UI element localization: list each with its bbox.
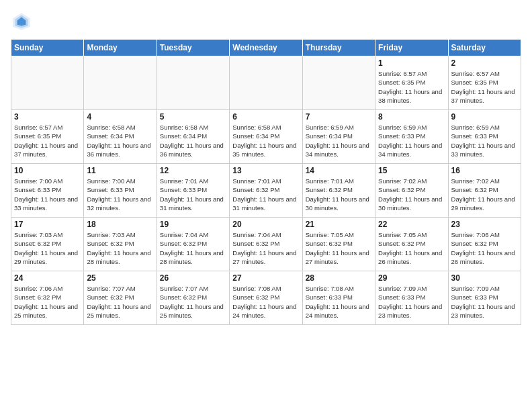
calendar-cell: 13Sunrise: 7:01 AM Sunset: 6:32 PM Dayli…	[230, 164, 302, 218]
weekday-header-tuesday: Tuesday	[157, 40, 229, 56]
day-detail: Sunrise: 7:00 AM Sunset: 6:33 PM Dayligh…	[87, 177, 153, 212]
week-row-1: 1Sunrise: 6:57 AM Sunset: 6:35 PM Daylig…	[11, 56, 521, 110]
calendar-cell: 20Sunrise: 7:04 AM Sunset: 6:32 PM Dayli…	[230, 218, 302, 271]
day-number: 22	[378, 220, 445, 229]
calendar-cell	[302, 56, 375, 110]
day-detail: Sunrise: 6:57 AM Sunset: 6:35 PM Dayligh…	[378, 69, 445, 105]
day-detail: Sunrise: 7:05 AM Sunset: 6:32 PM Dayligh…	[306, 230, 372, 266]
calendar-cell: 4Sunrise: 6:58 AM Sunset: 6:34 PM Daylig…	[84, 110, 157, 164]
day-detail: Sunrise: 7:09 AM Sunset: 6:33 PM Dayligh…	[378, 284, 445, 320]
day-detail: Sunrise: 7:03 AM Sunset: 6:32 PM Dayligh…	[87, 230, 153, 266]
day-number: 9	[451, 112, 518, 122]
day-number: 4	[87, 112, 153, 122]
day-detail: Sunrise: 6:59 AM Sunset: 6:33 PM Dayligh…	[378, 123, 445, 158]
calendar-cell: 10Sunrise: 7:00 AM Sunset: 6:33 PM Dayli…	[11, 164, 84, 218]
calendar-cell: 8Sunrise: 6:59 AM Sunset: 6:33 PM Daylig…	[375, 110, 448, 164]
day-detail: Sunrise: 6:57 AM Sunset: 6:35 PM Dayligh…	[451, 69, 518, 105]
day-detail: Sunrise: 6:58 AM Sunset: 6:34 PM Dayligh…	[232, 123, 299, 158]
day-detail: Sunrise: 7:04 AM Sunset: 6:32 PM Dayligh…	[160, 230, 226, 266]
day-number: 8	[378, 112, 445, 122]
week-row-4: 17Sunrise: 7:03 AM Sunset: 6:32 PM Dayli…	[11, 218, 521, 271]
day-detail: Sunrise: 7:06 AM Sunset: 6:32 PM Dayligh…	[14, 284, 81, 320]
calendar-cell	[84, 56, 157, 110]
day-detail: Sunrise: 7:01 AM Sunset: 6:32 PM Dayligh…	[232, 177, 299, 212]
day-detail: Sunrise: 7:05 AM Sunset: 6:32 PM Dayligh…	[378, 230, 445, 266]
weekday-header-monday: Monday	[84, 40, 157, 56]
day-number: 5	[160, 112, 226, 122]
day-detail: Sunrise: 7:08 AM Sunset: 6:32 PM Dayligh…	[232, 284, 299, 320]
day-detail: Sunrise: 7:03 AM Sunset: 6:32 PM Dayligh…	[14, 230, 81, 266]
day-detail: Sunrise: 6:58 AM Sunset: 6:34 PM Dayligh…	[160, 123, 226, 158]
weekday-header-wednesday: Wednesday	[230, 40, 302, 56]
day-number: 23	[451, 220, 518, 229]
day-detail: Sunrise: 7:02 AM Sunset: 6:32 PM Dayligh…	[451, 177, 518, 212]
week-row-2: 3Sunrise: 6:57 AM Sunset: 6:35 PM Daylig…	[11, 110, 521, 164]
calendar-cell: 26Sunrise: 7:07 AM Sunset: 6:32 PM Dayli…	[157, 271, 229, 325]
calendar-table: SundayMondayTuesdayWednesdayThursdayFrid…	[11, 39, 521, 325]
calendar-cell: 18Sunrise: 7:03 AM Sunset: 6:32 PM Dayli…	[84, 218, 157, 271]
calendar-cell: 9Sunrise: 6:59 AM Sunset: 6:33 PM Daylig…	[448, 110, 521, 164]
day-detail: Sunrise: 7:04 AM Sunset: 6:32 PM Dayligh…	[232, 230, 299, 266]
day-number: 26	[160, 273, 226, 283]
day-number: 19	[160, 220, 226, 229]
weekday-header-thursday: Thursday	[302, 40, 375, 56]
day-number: 28	[306, 273, 372, 283]
logo-icon	[11, 11, 32, 32]
calendar-cell: 11Sunrise: 7:00 AM Sunset: 6:33 PM Dayli…	[84, 164, 157, 218]
day-number: 17	[14, 220, 81, 229]
weekday-header-sunday: Sunday	[11, 40, 84, 56]
day-detail: Sunrise: 7:00 AM Sunset: 6:33 PM Dayligh…	[14, 177, 81, 212]
calendar-cell: 15Sunrise: 7:02 AM Sunset: 6:32 PM Dayli…	[375, 164, 448, 218]
weekday-header-friday: Friday	[375, 40, 448, 56]
calendar-cell: 16Sunrise: 7:02 AM Sunset: 6:32 PM Dayli…	[448, 164, 521, 218]
day-number: 24	[14, 273, 81, 283]
day-number: 2	[451, 58, 518, 68]
day-number: 15	[378, 166, 445, 175]
day-detail: Sunrise: 6:59 AM Sunset: 6:33 PM Dayligh…	[451, 123, 518, 158]
calendar-cell: 28Sunrise: 7:08 AM Sunset: 6:33 PM Dayli…	[302, 271, 375, 325]
calendar-cell: 12Sunrise: 7:01 AM Sunset: 6:33 PM Dayli…	[157, 164, 229, 218]
calendar-cell: 3Sunrise: 6:57 AM Sunset: 6:35 PM Daylig…	[11, 110, 84, 164]
day-number: 13	[232, 166, 299, 175]
day-number: 20	[232, 220, 299, 229]
day-detail: Sunrise: 7:01 AM Sunset: 6:33 PM Dayligh…	[160, 177, 226, 212]
weekday-header-row: SundayMondayTuesdayWednesdayThursdayFrid…	[11, 40, 521, 56]
day-number: 3	[14, 112, 81, 122]
day-number: 6	[232, 112, 299, 122]
calendar-cell: 29Sunrise: 7:09 AM Sunset: 6:33 PM Dayli…	[375, 271, 448, 325]
logo	[11, 11, 35, 32]
day-detail: Sunrise: 7:07 AM Sunset: 6:32 PM Dayligh…	[87, 284, 153, 320]
calendar-cell: 23Sunrise: 7:06 AM Sunset: 6:32 PM Dayli…	[448, 218, 521, 271]
calendar-cell: 1Sunrise: 6:57 AM Sunset: 6:35 PM Daylig…	[375, 56, 448, 110]
calendar-cell: 22Sunrise: 7:05 AM Sunset: 6:32 PM Dayli…	[375, 218, 448, 271]
calendar-cell: 30Sunrise: 7:09 AM Sunset: 6:33 PM Dayli…	[448, 271, 521, 325]
calendar-cell: 6Sunrise: 6:58 AM Sunset: 6:34 PM Daylig…	[230, 110, 302, 164]
calendar-cell	[230, 56, 302, 110]
day-number: 11	[87, 166, 153, 175]
calendar-cell	[157, 56, 229, 110]
page-header	[11, 11, 521, 32]
calendar-cell: 17Sunrise: 7:03 AM Sunset: 6:32 PM Dayli…	[11, 218, 84, 271]
day-detail: Sunrise: 7:06 AM Sunset: 6:32 PM Dayligh…	[451, 230, 518, 266]
calendar-cell: 21Sunrise: 7:05 AM Sunset: 6:32 PM Dayli…	[302, 218, 375, 271]
calendar-cell: 19Sunrise: 7:04 AM Sunset: 6:32 PM Dayli…	[157, 218, 229, 271]
week-row-5: 24Sunrise: 7:06 AM Sunset: 6:32 PM Dayli…	[11, 271, 521, 325]
day-number: 14	[306, 166, 372, 175]
day-number: 12	[160, 166, 226, 175]
day-detail: Sunrise: 7:07 AM Sunset: 6:32 PM Dayligh…	[160, 284, 226, 320]
day-number: 27	[232, 273, 299, 283]
day-number: 25	[87, 273, 153, 283]
day-number: 16	[451, 166, 518, 175]
calendar-cell	[11, 56, 84, 110]
day-detail: Sunrise: 6:57 AM Sunset: 6:35 PM Dayligh…	[14, 123, 81, 158]
calendar-cell: 2Sunrise: 6:57 AM Sunset: 6:35 PM Daylig…	[448, 56, 521, 110]
day-number: 30	[451, 273, 518, 283]
day-detail: Sunrise: 7:08 AM Sunset: 6:33 PM Dayligh…	[306, 284, 372, 320]
calendar-cell: 25Sunrise: 7:07 AM Sunset: 6:32 PM Dayli…	[84, 271, 157, 325]
day-detail: Sunrise: 6:59 AM Sunset: 6:34 PM Dayligh…	[306, 123, 372, 158]
calendar-cell: 24Sunrise: 7:06 AM Sunset: 6:32 PM Dayli…	[11, 271, 84, 325]
day-detail: Sunrise: 7:01 AM Sunset: 6:32 PM Dayligh…	[306, 177, 372, 212]
day-detail: Sunrise: 7:02 AM Sunset: 6:32 PM Dayligh…	[378, 177, 445, 212]
week-row-3: 10Sunrise: 7:00 AM Sunset: 6:33 PM Dayli…	[11, 164, 521, 218]
calendar-cell: 27Sunrise: 7:08 AM Sunset: 6:32 PM Dayli…	[230, 271, 302, 325]
